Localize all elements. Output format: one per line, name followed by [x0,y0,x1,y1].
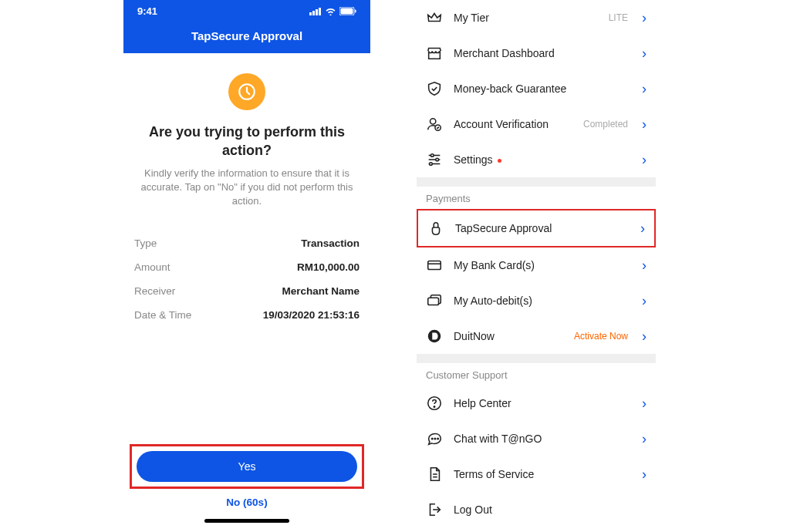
activate-now-label: Activate Now [574,331,628,342]
svg-point-22 [432,438,433,439]
wifi-icon [325,7,336,15]
datetime-label: Date & Time [134,309,191,321]
page-title: TapSecure Approval [123,22,370,53]
row-settings[interactable]: Settings › [417,142,656,177]
row-logout[interactable]: Log Out [417,492,656,527]
shield-icon [426,80,443,97]
card-icon [426,257,443,274]
sliders-icon [426,151,443,168]
chevron-right-icon: › [642,396,647,412]
chevron-right-icon: › [642,116,647,133]
row-chat[interactable]: Chat with T@nGO › [417,421,656,456]
verification-status: Completed [583,119,628,130]
type-value: Transaction [301,237,360,249]
chevron-right-icon: › [640,221,645,237]
transaction-details: Type Transaction Amount RM10,000.00 Rece… [123,208,370,327]
svg-rect-3 [319,8,321,15]
svg-point-13 [436,158,439,161]
receiver-label: Receiver [134,285,175,297]
status-bar: 9:41 [123,0,370,22]
status-time: 9:41 [137,5,157,17]
chevron-right-icon: › [642,328,647,345]
user-check-icon [426,116,443,133]
datetime-value: 19/03/2020 21:53:16 [263,309,360,321]
row-label: Help Center [454,397,631,409]
row-tapsecure-approval[interactable]: TapSecure Approval › [417,209,656,247]
approval-question: Are you trying to perform this action? [123,123,370,160]
svg-rect-6 [355,9,356,12]
row-label: Merchant Dashboard [454,47,631,59]
store-icon [426,45,443,62]
row-label: My Bank Card(s) [454,259,631,271]
row-merchant-dashboard[interactable]: Merchant Dashboard › [417,35,656,71]
status-icons [309,7,356,15]
row-label: My Tier [454,12,598,24]
notification-dot [498,159,501,163]
row-money-back[interactable]: Money-back Guarantee › [417,71,656,106]
chevron-right-icon: › [642,81,647,97]
chevron-right-icon: › [642,10,647,26]
section-payments: Payments [417,187,656,209]
logout-icon [426,501,443,518]
chevron-right-icon: › [642,258,647,274]
svg-rect-5 [341,8,353,14]
row-label: My Auto-debit(s) [454,295,631,307]
chevron-right-icon: › [642,152,647,168]
svg-rect-0 [309,12,312,15]
row-label: DuitNow [454,330,563,342]
approval-subtext: Kindly verify the information to ensure … [123,160,370,209]
row-help-center[interactable]: Help Center › [417,386,656,421]
amount-label: Amount [134,261,170,273]
row-label: Chat with T@nGO [454,433,631,445]
row-account-verification[interactable]: Account Verification Completed › [417,106,656,142]
row-label: Log Out [454,503,647,516]
no-button[interactable]: No (60s) [130,497,364,508]
svg-rect-18 [428,298,439,305]
chevron-right-icon: › [642,293,647,309]
crown-icon [426,9,443,26]
svg-rect-2 [316,9,318,15]
tap-icon [427,220,444,237]
row-label: Money-back Guarantee [454,82,631,95]
row-label: TapSecure Approval [455,222,630,234]
chevron-right-icon: › [642,431,647,447]
row-duitnow[interactable]: DuitNow Activate Now › [417,318,656,354]
home-indicator[interactable] [204,519,289,523]
help-icon [426,395,443,412]
yes-button[interactable]: Yes [137,451,357,482]
chevron-right-icon: › [642,45,647,62]
svg-rect-16 [428,261,441,270]
highlight-frame: Yes [130,444,364,489]
svg-rect-1 [312,11,315,15]
clock-icon [228,73,265,110]
duitnow-icon [426,328,443,345]
svg-point-23 [434,438,435,439]
svg-point-8 [430,119,436,124]
section-support: Customer Support [417,363,656,386]
settings-screen: My Tier LITE › Merchant Dashboard › Mone… [417,0,656,532]
row-my-tier[interactable]: My Tier LITE › [417,0,656,35]
svg-point-11 [430,154,434,157]
tier-badge: LITE [609,12,628,23]
battery-icon [339,7,356,15]
svg-point-15 [430,163,433,166]
chevron-right-icon: › [642,466,647,483]
svg-point-24 [437,438,438,439]
signal-icon [309,7,322,15]
type-label: Type [134,237,157,249]
row-auto-debit[interactable]: My Auto-debit(s) › [417,283,656,318]
row-terms[interactable]: Terms of Service › [417,456,656,492]
document-icon [426,466,443,483]
approval-screen: 9:41 TapSecure Approval Are you trying t… [123,0,370,532]
row-label: Terms of Service [454,468,631,480]
chat-icon [426,430,443,447]
amount-value: RM10,000.00 [297,261,360,273]
row-label: Settings [454,153,631,166]
cards-icon [426,292,443,309]
svg-point-21 [434,406,434,407]
row-bank-cards[interactable]: My Bank Card(s) › [417,247,656,283]
receiver-value: Merchant Name [282,285,360,297]
row-label: Account Verification [454,118,572,130]
